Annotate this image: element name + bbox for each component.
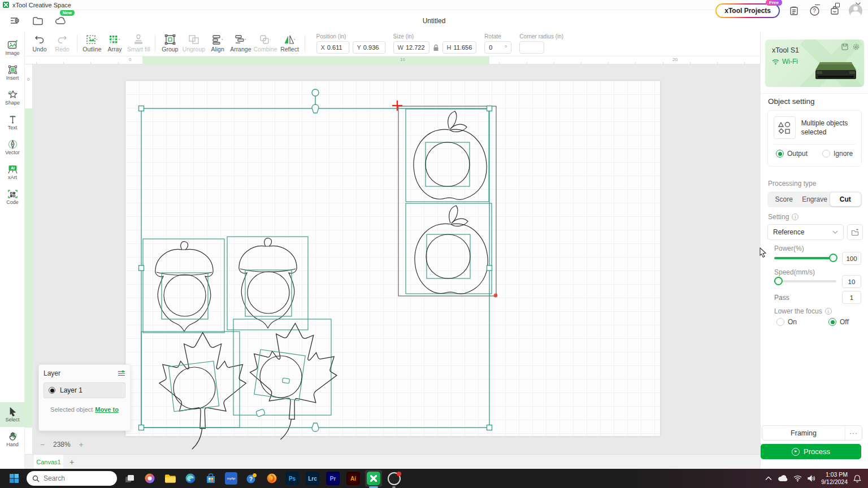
design-canvas[interactable] (33, 64, 760, 454)
group-button[interactable]: Group (159, 34, 181, 53)
xtool-taskbar-button[interactable] (365, 470, 382, 487)
acorn1-bounds[interactable] (143, 239, 224, 333)
move-to-link[interactable]: Move to (95, 406, 119, 413)
acorn1-inner-square[interactable] (162, 273, 208, 319)
leaf2-mini-rect[interactable] (283, 378, 290, 384)
pass-value[interactable]: 1 (842, 291, 861, 304)
acorn2-bounds[interactable] (227, 237, 308, 330)
help-button[interactable]: ? (808, 5, 821, 17)
start-button[interactable] (6, 470, 23, 487)
position-y-field[interactable]: Y0.936 (353, 41, 385, 54)
hand-tool[interactable]: Hand (0, 427, 25, 452)
device-save-icon[interactable] (841, 43, 848, 50)
layer-color-dot[interactable] (49, 387, 55, 394)
focus-on-radio[interactable]: On (776, 318, 797, 326)
apple1-bounds[interactable] (406, 109, 489, 202)
redo-button[interactable]: Redo (51, 34, 73, 53)
sidebar-item-insert[interactable]: Insert (0, 60, 25, 85)
arrange-button[interactable]: Arrange (229, 34, 252, 53)
rotate-field[interactable]: 0° (484, 41, 511, 54)
tab-canvas1[interactable]: Canvas1 (34, 455, 63, 469)
output-radio[interactable]: Output (776, 150, 808, 158)
sidebar-item-shape[interactable]: Shape (0, 85, 25, 110)
bottom-center-handle[interactable] (312, 423, 319, 432)
file-explorer-button[interactable] (162, 470, 179, 487)
sidebar-item-image[interactable]: Image (0, 36, 25, 60)
handle-e[interactable] (487, 265, 492, 271)
obs-button[interactable] (385, 470, 402, 487)
focus-off-radio[interactable]: Off (828, 318, 849, 326)
account-avatar[interactable] (849, 4, 862, 18)
premiere-button[interactable]: Pr (324, 470, 341, 487)
leaf2-inner-square[interactable] (254, 350, 305, 400)
leaf1-inner-square[interactable] (168, 361, 219, 411)
zoom-out-button[interactable]: − (37, 439, 47, 450)
apple-group-frame[interactable] (398, 106, 496, 296)
combine-button[interactable]: Combine (252, 34, 278, 53)
copilot-button[interactable] (141, 470, 158, 487)
apple2-outline[interactable] (415, 206, 488, 294)
leaf2-bounds[interactable] (233, 319, 331, 415)
select-tool[interactable]: Select (0, 402, 25, 427)
layer-settings-icon[interactable] (118, 370, 125, 377)
reflect-button[interactable]: Reflect (279, 34, 301, 53)
get-help-button[interactable]: ? (243, 470, 260, 487)
microsoft-store-button[interactable] (202, 470, 219, 487)
ignore-radio[interactable]: Ignore (822, 150, 853, 158)
sidebar-item-vector[interactable]: Vector (0, 135, 25, 160)
handle-w[interactable] (139, 265, 144, 271)
edge-button[interactable] (182, 470, 199, 487)
illustrator-button[interactable]: Ai (345, 470, 362, 487)
volume-icon[interactable] (808, 475, 815, 482)
leaf1-circle[interactable] (173, 367, 215, 409)
xtool-projects-button[interactable]: xTool Projects Free (715, 3, 780, 18)
acorn2-outline[interactable] (239, 238, 297, 328)
tasks-button[interactable] (788, 5, 800, 17)
zoom-level[interactable]: 238% (53, 441, 71, 448)
leaf1-outline[interactable] (159, 333, 246, 450)
material-preset-dropdown[interactable]: Reference (767, 224, 844, 240)
undo-button[interactable]: Undo (28, 34, 51, 53)
notifications-bell-icon[interactable] (853, 474, 861, 483)
sidebar-item-text[interactable]: Text (0, 110, 25, 135)
myhp-button[interactable]: myhp (223, 470, 240, 487)
sidebar-item-code[interactable]: Code (0, 185, 25, 210)
onedrive-icon[interactable] (778, 475, 788, 482)
device-settings-icon[interactable] (853, 43, 860, 50)
power-slider[interactable] (774, 257, 836, 259)
power-value[interactable]: 100 (842, 252, 861, 265)
top-center-handle[interactable] (312, 104, 319, 113)
task-view-button[interactable] (121, 470, 138, 487)
setting-info-icon[interactable]: i (792, 213, 798, 220)
speed-slider[interactable] (774, 280, 836, 282)
width-field[interactable]: W12.722 (393, 41, 429, 54)
add-canvas-button[interactable]: + (63, 455, 80, 469)
handle-nw[interactable] (139, 106, 144, 111)
rotate-handle[interactable] (312, 89, 319, 96)
speed-value[interactable]: 10 (842, 275, 861, 288)
handle-sw[interactable] (139, 425, 144, 430)
acorn1-outline[interactable] (155, 242, 213, 332)
outline-button[interactable]: Outline (81, 34, 103, 53)
position-x-field[interactable]: X0.611 (316, 41, 349, 54)
acorn2-circle[interactable] (248, 272, 289, 313)
selection-box[interactable] (139, 89, 492, 432)
array-button[interactable]: Array (103, 34, 126, 53)
leaf2-stem-handle[interactable] (256, 409, 266, 417)
leaf1-bounds[interactable] (141, 332, 240, 428)
cloud-sync-button[interactable]: New (53, 14, 68, 28)
tray-chevron-icon[interactable] (765, 476, 772, 481)
taskbar-clock[interactable]: 1:03 PM 9/12/2024 (821, 471, 848, 486)
lightroom-button[interactable]: Lrc (304, 470, 321, 487)
leaf2-outline[interactable] (248, 322, 339, 442)
zoom-in-button[interactable]: + (76, 439, 86, 450)
framing-button[interactable]: Framing ··· (762, 425, 862, 441)
cut-option[interactable]: Cut (830, 193, 861, 206)
engrave-option[interactable]: Engrave (799, 193, 830, 206)
height-field[interactable]: H11.656 (442, 41, 477, 54)
apple2-circle[interactable] (426, 234, 470, 278)
tray-wifi-icon[interactable] (793, 475, 802, 482)
apple1-circle[interactable] (426, 142, 470, 186)
file-menu-button[interactable] (8, 14, 23, 28)
lower-focus-info-icon[interactable]: i (825, 308, 832, 315)
